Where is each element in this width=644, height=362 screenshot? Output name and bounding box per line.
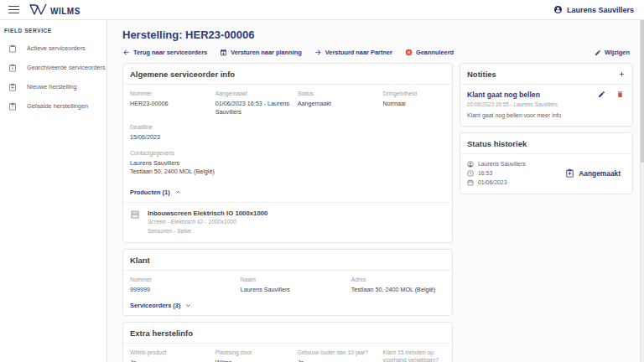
history-status-badge: Aangemaakt: [565, 168, 621, 178]
product-extra: Sensoren - Selve: [148, 228, 267, 234]
note-item: Klant gaat nog bellen 01/06/2023 16:55 -…: [460, 85, 632, 126]
sidebar-item-actieve-serviceorders[interactable]: Actieve serviceorders: [0, 39, 106, 58]
sidebar-item-label: Nieuwe herstelling: [27, 83, 77, 90]
pencil-icon: [595, 49, 601, 56]
field-klant-nummer: Nummer 999999: [130, 277, 237, 294]
calendar-icon: [467, 179, 474, 186]
sidebar-item-label: Actieve serviceorders: [27, 44, 86, 52]
notes-card: Notities Klant gaat nog bellen: [460, 63, 633, 127]
edit-button[interactable]: Wijzigen: [595, 49, 630, 56]
status-history-card: Status historiek Laurens Sauvillers: [460, 132, 633, 194]
card-title: Status historiek: [467, 139, 527, 148]
sidebar-item-gearchiveerde-serviceorders[interactable]: Gearchiveerde serviceorders: [0, 58, 106, 77]
send-to-planning-icon: [220, 49, 227, 56]
main-content: Herstelling: HER23-00006 Terug naar serv…: [107, 20, 644, 362]
sidebar-item-nieuwe-herstelling[interactable]: Nieuwe herstelling: [0, 77, 106, 96]
field-klant-adres: Adres Testlaan 50, 2400 MOL (België): [351, 277, 452, 294]
screen-product-icon: [130, 209, 140, 220]
field-plaatsing-door: Plaatsing door Wilms: [216, 349, 294, 362]
action-label: Geannuleerd: [416, 49, 454, 56]
action-bar: Terug naar serviceorders Versturen naar …: [122, 49, 633, 56]
cancelled-button[interactable]: Geannuleerd: [405, 49, 454, 56]
delete-note-button[interactable]: [616, 90, 624, 98]
card-title: Klant: [130, 256, 150, 265]
user-name: Laurens Sauvillers: [567, 6, 634, 14]
arrow-back-icon: [122, 49, 130, 56]
wilms-logo: WILMS: [29, 3, 80, 16]
clipboard-archive-icon: [8, 64, 17, 72]
chevron-up-icon: [175, 189, 181, 195]
page-title: Herstelling: HER23-00006: [122, 28, 633, 41]
clock-icon: [467, 170, 474, 177]
person-icon: [467, 161, 474, 168]
sidebar-item-gefaalde-herstellingen[interactable]: Gefaalde herstellingen: [0, 96, 106, 116]
note-meta: 01/06/2023 16:55 - Laurens Sauvillers: [467, 101, 626, 107]
arrow-forward-icon: [314, 49, 322, 56]
account-circle-icon: [553, 5, 563, 14]
scrollbar-thumb[interactable]: [641, 20, 644, 163]
field-status: Status Aangemaakt: [298, 90, 380, 116]
field-wilms-product: Wilms-product Ja: [130, 349, 212, 362]
field-nummer: Nummer HER23-00006: [130, 90, 212, 116]
user-menu[interactable]: Laurens Sauvillers: [553, 5, 634, 14]
field-gebouw-ouder: Gebouw ouder dan 10 jaar? Ja: [298, 349, 380, 362]
action-label: Terug naar serviceorders: [133, 49, 207, 56]
serviceorders-header: Serviceorders (3): [130, 302, 180, 309]
sidebar-item-label: Gefaalde herstellingen: [27, 102, 88, 110]
wilms-logo-mark: [29, 3, 48, 16]
edit-note-button[interactable]: [598, 90, 605, 98]
action-label: Verstuurd naar Partner: [325, 49, 392, 56]
sidebar-item-label: Gearchiveerde serviceorders: [27, 64, 106, 71]
field-aangemaakt: Aangemaakt 01/06/2023 16:53 - Laurens Sa…: [216, 90, 294, 116]
clipboard-add-icon: [565, 168, 574, 178]
sidebar: FIELD SERVICE Actieve serviceorders Gear…: [0, 20, 107, 362]
card-title: Algemene serviceorder info: [130, 70, 235, 79]
producten-toggle[interactable]: Producten (1): [123, 183, 452, 203]
producten-header: Producten (1): [130, 189, 170, 196]
clipboard-add-icon: [8, 83, 17, 91]
sidebar-section-title: FIELD SERVICE: [0, 28, 106, 39]
note-body: Klant gaat nog bellen voor meer info: [467, 112, 626, 118]
top-bar: WILMS Laurens Sauvillers: [0, 0, 644, 20]
clipboard-failed-icon: [8, 102, 17, 111]
status-history-entry: Laurens Sauvillers 16:53: [460, 154, 632, 194]
note-title: Klant gaat nog bellen: [467, 90, 540, 99]
edit-label: Wijzigen: [605, 49, 630, 56]
send-to-planning-button[interactable]: Versturen naar planning: [220, 49, 302, 56]
field-deadline: Deadline 15/06/2023: [130, 124, 455, 142]
extra-repair-info-card: Extra herstelinfo Wilms-product Ja Plaat…: [122, 322, 453, 362]
field-dringendheid: Dringendheid Normaal: [383, 90, 455, 116]
field-klant-naam: Naam Laurens Sauvillers: [241, 277, 348, 294]
sent-to-partner-button[interactable]: Verstuurd naar Partner: [314, 49, 392, 56]
action-label: Versturen naar planning: [231, 49, 302, 56]
general-info-card: Algemene serviceorder info Nummer HER23-…: [122, 63, 453, 243]
page-scrollbar[interactable]: [640, 20, 644, 362]
customer-card: Klant Nummer 999999 Naam Laurens Sauvill…: [122, 249, 453, 317]
back-to-serviceorders-button[interactable]: Terug naar serviceorders: [122, 49, 207, 56]
field-verwittigen: Klant 15 minuten op voorhand verwittigen…: [383, 349, 455, 362]
field-contactgegevens: Contactgegevens Laurens Sauvillers Testl…: [130, 150, 455, 175]
product-list-item[interactable]: Inbouwscreen Elektrisch IO 1000x1000 Scr…: [123, 203, 452, 242]
card-title: Notities: [467, 70, 496, 79]
cancel-icon: [405, 49, 413, 56]
hamburger-menu-icon[interactable]: [8, 6, 19, 14]
serviceorders-toggle[interactable]: Serviceorders (3): [123, 300, 452, 315]
chevron-down-icon: [185, 303, 191, 308]
history-user: Laurens Sauvillers: [467, 161, 526, 168]
history-date: 01/06/2023: [467, 179, 526, 186]
product-name: Inbouwscreen Elektrisch IO 1000x1000: [148, 209, 267, 217]
clipboard-icon: [8, 44, 17, 53]
add-note-button[interactable]: [618, 70, 626, 78]
brand-name: WILMS: [50, 4, 80, 16]
product-spec: Screen - Elektrisch IO - 1000x1000: [148, 219, 267, 225]
history-time: 16:53: [467, 170, 526, 177]
card-title: Extra herstelinfo: [130, 328, 193, 338]
